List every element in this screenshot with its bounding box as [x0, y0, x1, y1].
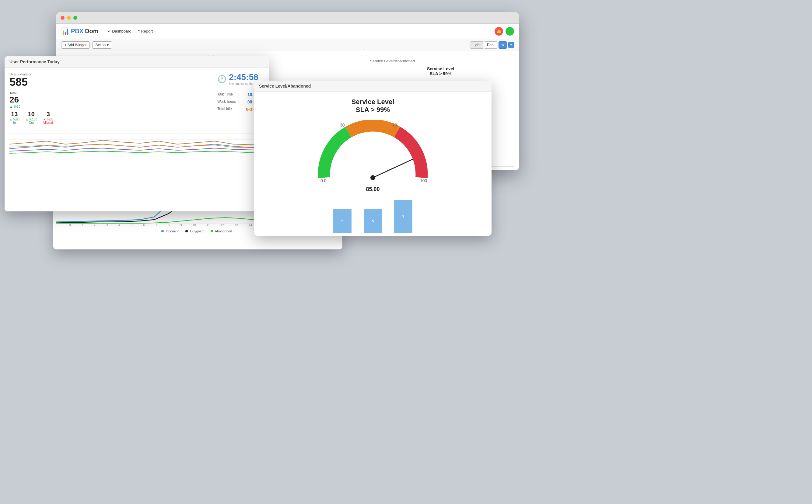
bar-col-0048: 5 0048 [333, 209, 351, 236]
x-label-11: 11 [207, 224, 210, 227]
logo-icon: 📊 [61, 27, 69, 35]
bar-rect-0038: 7 [394, 200, 413, 233]
add-widget-button[interactable]: + Add Widget [61, 41, 90, 49]
total-delta: ▲ %30 [9, 105, 20, 108]
in-delta: ▲ %86 [9, 118, 19, 121]
light-theme-button[interactable]: Light [470, 41, 483, 49]
x-label-4: 4 [118, 224, 120, 227]
total-value: 26 [9, 95, 20, 105]
header-right: 🔔 [495, 27, 514, 36]
legend-dot-outgoing [185, 230, 188, 232]
missed-label: Missed [43, 121, 53, 124]
bar-value-0048: 5 [341, 219, 343, 223]
logo: 📊 PBXDom [61, 27, 99, 35]
legend-dot-abandoned [211, 230, 213, 232]
x-label-13: 13 [235, 224, 238, 227]
sla-value-bg: SLA > 99% [370, 71, 511, 76]
dark-theme-button[interactable]: Dark [485, 41, 497, 49]
toolbar-right: Light Dark ↻ ▾ [470, 41, 514, 49]
nav-dashboard[interactable]: ✓ Dashboard [108, 29, 131, 33]
legend-label-abandoned: Abandoned [215, 229, 232, 233]
out-delta: ▲ %100 [26, 118, 37, 121]
x-label-2: 2 [94, 224, 96, 227]
in-value: 13 [11, 111, 18, 118]
app-header: 📊 PBXDom ✓ Dashboard ≡ Report 🔔 [56, 24, 519, 39]
svg-point-13 [370, 175, 375, 180]
status-circle [506, 27, 514, 36]
x-label-6: 6 [143, 224, 145, 227]
bell-button[interactable]: 🔔 [495, 27, 503, 36]
bar-rect-0007: 5 [364, 209, 382, 233]
legend-dot-incoming [161, 230, 164, 232]
x-label-3: 3 [106, 224, 108, 227]
legend-label-outgoing: Ouygoing [190, 229, 204, 233]
gauge-title: Service Level [351, 98, 394, 106]
chevron-down-icon: ▾ [107, 43, 109, 47]
x-label-1: 1 [82, 224, 83, 227]
x-label-7: 7 [155, 224, 157, 227]
bar-value-0007: 5 [372, 219, 374, 223]
nav-report[interactable]: ≡ Report [138, 29, 153, 33]
app-toolbar: + Add Widget Action ▾ Light Dark ↻ ▾ [56, 39, 519, 51]
maximize-dot[interactable] [73, 16, 77, 20]
gauge-max-label: 100 [420, 178, 427, 183]
x-label-14: 14 [249, 224, 252, 227]
gauge-container: Service Level SLA > 99% 0.0 30 [254, 92, 492, 236]
sparkline-chart [9, 127, 264, 158]
gauge-30-label: 30 [340, 123, 345, 127]
action-label: Action [96, 43, 106, 47]
service-level-header: Service Level/Abandoned [254, 81, 492, 92]
gauge-value: 85.00 [366, 186, 379, 193]
in-label: In [13, 121, 16, 124]
work-hours-key: Work hours [217, 99, 236, 104]
logo-dom: Dom [85, 28, 98, 35]
x-label-0: 0 [69, 224, 71, 227]
user-ext-num: 585 [9, 76, 53, 88]
out-value: 10 [28, 111, 35, 118]
logo-pbx: PBX [71, 28, 83, 35]
total-idle-key: Total idle [217, 107, 232, 112]
missed-stat: 3 ▼ %63 Missed [43, 111, 53, 124]
browser-titlebar [56, 12, 519, 24]
close-dot[interactable] [61, 16, 64, 20]
sparkline-svg [9, 127, 264, 158]
user-performance-body: User/Extension 585 Total 26 ▲ %30 13 ▲ %… [5, 68, 269, 163]
gauge-subtitle: SLA > 99% [356, 106, 390, 114]
refresh-button[interactable]: ↻ [499, 41, 507, 49]
action-button[interactable]: Action ▾ [92, 41, 112, 49]
legend-label-incoming: Incoming [166, 229, 179, 233]
bar-rect-0048: 5 [333, 209, 351, 233]
talk-time-key: Talk Time [217, 92, 233, 97]
bar-chart-area: 5 0048 5 0007 7 0038 [328, 196, 417, 236]
svg-line-12 [373, 159, 413, 178]
sla-label-bg: Service Level [370, 66, 511, 71]
x-label-10: 10 [193, 224, 196, 227]
legend-abandoned: Abandoned [211, 229, 232, 233]
x-label-5: 5 [131, 224, 133, 227]
bar-value-0038: 7 [402, 214, 404, 219]
gauge-min-label: 0.0 [320, 178, 326, 183]
service-level-card: Service Level/Abandoned Service Level SL… [254, 81, 492, 236]
total-label: Total [9, 91, 20, 95]
gauge-svg: 0.0 30 70 100 [315, 120, 431, 184]
x-label-8: 8 [168, 224, 170, 227]
refresh-dropdown-button[interactable]: ▾ [508, 42, 514, 48]
legend-incoming: Incoming [161, 229, 179, 233]
minimize-dot[interactable] [67, 16, 71, 20]
bar-col-0038: 7 0038 [394, 200, 413, 236]
missed-delta: ▼ %63 [43, 118, 53, 121]
user-performance-header: User Performance Today [5, 56, 269, 68]
missed-value: 3 [47, 111, 50, 118]
gauge-70-label: 70 [392, 123, 397, 127]
idle-clock-icon: 🕐 [217, 75, 226, 83]
nav-links: ✓ Dashboard ≡ Report [108, 29, 153, 33]
bar-col-0007: 5 0007 [364, 209, 382, 236]
gauge-svg-wrapper: 0.0 30 70 100 [315, 120, 431, 184]
in-stat: 13 ▲ %86 In [9, 111, 19, 124]
out-label: Out [29, 121, 34, 124]
x-label-9: 9 [180, 224, 182, 227]
user-performance-card: User Performance Today User/Extension 58… [5, 56, 269, 211]
x-label-12: 12 [221, 224, 224, 227]
out-stat: 10 ▲ %100 Out [26, 111, 37, 124]
service-level-title-bg: Service Level/Abandoned [370, 59, 511, 63]
